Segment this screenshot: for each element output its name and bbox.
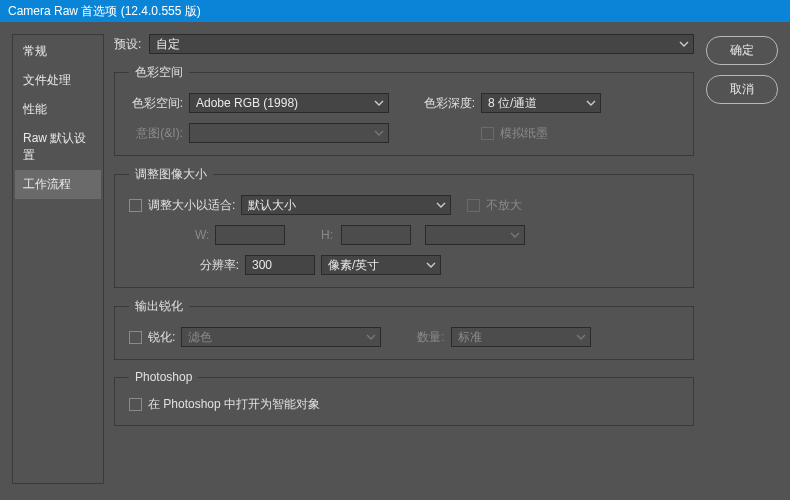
resize-legend: 调整图像大小 xyxy=(129,166,213,183)
sidebar-item-workflow[interactable]: 工作流程 xyxy=(15,170,101,199)
no-enlarge-checkbox xyxy=(467,199,480,212)
resolution-input[interactable]: 300 xyxy=(245,255,315,275)
cancel-button[interactable]: 取消 xyxy=(706,75,778,104)
depth-select[interactable]: 8 位/通道 xyxy=(481,93,601,113)
resize-fit-select[interactable]: 默认大小 xyxy=(241,195,451,215)
intent-select xyxy=(189,123,389,143)
sidebar-item-label: 常规 xyxy=(23,44,47,58)
resize-fit-checkbox[interactable] xyxy=(129,199,142,212)
sharpen-checkbox[interactable] xyxy=(129,331,142,344)
ok-button[interactable]: 确定 xyxy=(706,36,778,65)
width-input xyxy=(215,225,285,245)
chevron-down-icon xyxy=(436,200,446,210)
titlebar: Camera Raw 首选项 (12.4.0.555 版) xyxy=(0,0,790,22)
sharpen-label: 锐化: xyxy=(148,329,175,346)
preset-value: 自定 xyxy=(156,36,180,53)
open-smartobject-checkbox[interactable] xyxy=(129,398,142,411)
colorspace-group: 色彩空间 色彩空间: Adobe RGB (1998) 色彩深度: 8 位/通道… xyxy=(114,64,694,156)
chevron-down-icon xyxy=(679,39,689,49)
chevron-down-icon xyxy=(374,98,384,108)
sidebar-item-label: 性能 xyxy=(23,102,47,116)
window-title: Camera Raw 首选项 (12.4.0.555 版) xyxy=(8,3,201,20)
preset-label: 预设: xyxy=(114,36,141,53)
resize-fit-label: 调整大小以适合: xyxy=(148,197,235,214)
resize-group: 调整图像大小 调整大小以适合: 默认大小 不放大 W: H: xyxy=(114,166,694,288)
sidebar-item-filehandling[interactable]: 文件处理 xyxy=(15,66,101,95)
amount-label: 数量: xyxy=(417,329,444,346)
height-input xyxy=(341,225,411,245)
sidebar-item-general[interactable]: 常规 xyxy=(15,37,101,66)
depth-label: 色彩深度: xyxy=(415,95,475,112)
intent-label: 意图(&I): xyxy=(129,125,183,142)
resolution-label: 分辨率: xyxy=(195,257,239,274)
colorspace-value: Adobe RGB (1998) xyxy=(196,96,298,110)
main-panel: 预设: 自定 色彩空间 色彩空间: Adobe RGB (1998) 色彩深度:… xyxy=(114,34,696,488)
depth-value: 8 位/通道 xyxy=(488,95,537,112)
colorspace-label: 色彩空间: xyxy=(129,95,183,112)
height-label: H: xyxy=(321,228,335,242)
no-enlarge-label: 不放大 xyxy=(486,197,522,214)
photoshop-group: Photoshop 在 Photoshop 中打开为智能对象 xyxy=(114,370,694,426)
sidebar-item-rawdefaults[interactable]: Raw 默认设置 xyxy=(15,124,101,170)
sidebar-item-label: 文件处理 xyxy=(23,73,71,87)
resolution-unit-select[interactable]: 像素/英寸 xyxy=(321,255,441,275)
open-smartobject-label: 在 Photoshop 中打开为智能对象 xyxy=(148,396,320,413)
preset-select[interactable]: 自定 xyxy=(149,34,694,54)
chevron-down-icon xyxy=(426,260,436,270)
amount-value: 标准 xyxy=(458,329,482,346)
sharpen-group: 输出锐化 锐化: 滤色 数量: 标准 xyxy=(114,298,694,360)
resolution-unit-value: 像素/英寸 xyxy=(328,257,379,274)
sidebar-item-label: Raw 默认设置 xyxy=(23,131,86,162)
amount-select: 标准 xyxy=(451,327,591,347)
chevron-down-icon xyxy=(374,128,384,138)
sharpen-legend: 输出锐化 xyxy=(129,298,189,315)
sidebar-item-label: 工作流程 xyxy=(23,177,71,191)
resize-fit-value: 默认大小 xyxy=(248,197,296,214)
chevron-down-icon xyxy=(576,332,586,342)
chevron-down-icon xyxy=(366,332,376,342)
photoshop-legend: Photoshop xyxy=(129,370,198,384)
simulate-paper-checkbox xyxy=(481,127,494,140)
sidebar: 常规 文件处理 性能 Raw 默认设置 工作流程 xyxy=(12,34,104,484)
chevron-down-icon xyxy=(586,98,596,108)
wh-unit-select xyxy=(425,225,525,245)
sharpen-select: 滤色 xyxy=(181,327,381,347)
simulate-paper-label: 模拟纸墨 xyxy=(500,125,548,142)
colorspace-legend: 色彩空间 xyxy=(129,64,189,81)
chevron-down-icon xyxy=(510,230,520,240)
colorspace-select[interactable]: Adobe RGB (1998) xyxy=(189,93,389,113)
sidebar-item-performance[interactable]: 性能 xyxy=(15,95,101,124)
sharpen-value: 滤色 xyxy=(188,329,212,346)
width-label: W: xyxy=(195,228,209,242)
